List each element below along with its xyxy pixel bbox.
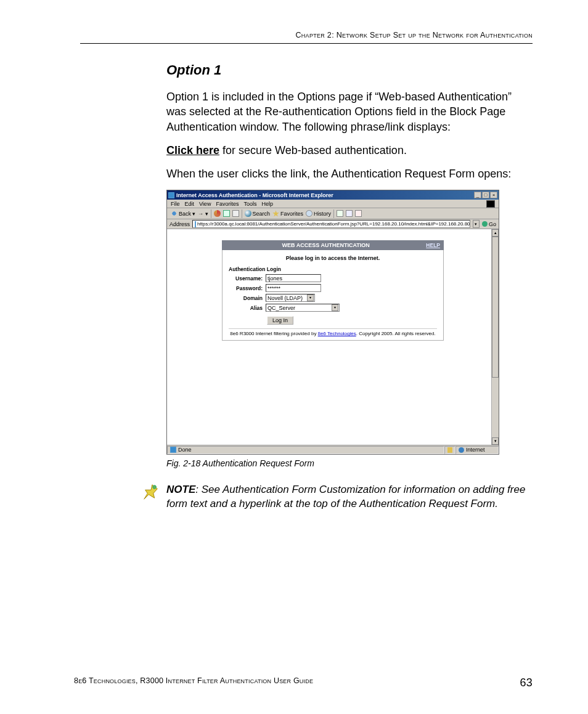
menu-file[interactable]: File bbox=[171, 201, 180, 207]
status-done: Done bbox=[167, 446, 444, 454]
ie-window-screenshot: Internet Access Authentication - Microso… bbox=[166, 190, 499, 455]
scroll-track[interactable] bbox=[492, 237, 499, 437]
scroll-thumb[interactable] bbox=[492, 237, 499, 377]
search-button[interactable]: Search bbox=[245, 210, 271, 217]
auth-group-label: Authentication Login bbox=[229, 266, 437, 272]
go-icon bbox=[482, 221, 488, 227]
menu-edit[interactable]: Edit bbox=[185, 201, 195, 207]
auth-footer: 8e6 R3000 Internet filtering provided by… bbox=[229, 328, 437, 336]
lock-icon bbox=[447, 447, 452, 453]
click-here-link[interactable]: Click here bbox=[166, 144, 219, 156]
login-button[interactable]: Log In bbox=[267, 316, 293, 325]
chevron-down-icon: ▾ bbox=[307, 294, 314, 301]
domain-value: Novell (LDAP) bbox=[267, 295, 303, 301]
page-number: 63 bbox=[520, 676, 533, 689]
username-label: Username: bbox=[229, 275, 266, 282]
toolbar-separator bbox=[211, 209, 211, 218]
auth-panel: WEB ACCESS AUTHENTICATION HELP Please lo… bbox=[222, 240, 444, 341]
menu-help[interactable]: Help bbox=[261, 201, 273, 207]
page-footer: 8e6 Technologies, R3000 Internet Filter … bbox=[74, 676, 533, 689]
note-block: NOTE: See Authentication Form Customizat… bbox=[142, 483, 526, 511]
ie-address-bar: Address https://r3000a.qc.local:8081/Aut… bbox=[167, 219, 499, 229]
section-heading: Option 1 bbox=[166, 62, 526, 78]
header-rule bbox=[80, 43, 533, 44]
status-zone: Internet bbox=[455, 446, 499, 454]
menu-favorites[interactable]: Favorites bbox=[216, 201, 239, 207]
maximize-button[interactable]: □ bbox=[482, 192, 489, 198]
page-icon bbox=[170, 447, 176, 453]
auth-header-title: WEB ACCESS AUTHENTICATION bbox=[226, 242, 426, 248]
ie-app-icon bbox=[168, 192, 174, 198]
scroll-down-arrow[interactable]: ▾ bbox=[492, 437, 499, 445]
history-button[interactable]: History bbox=[306, 210, 331, 217]
ie-viewport: ▴ ▾ WEB ACCESS AUTHENTICATION HELP Pleas… bbox=[167, 229, 499, 445]
vertical-scrollbar[interactable]: ▴ ▾ bbox=[491, 229, 499, 445]
back-icon bbox=[171, 210, 178, 217]
auth-help-link[interactable]: HELP bbox=[426, 242, 440, 248]
menu-tools[interactable]: Tools bbox=[243, 201, 256, 207]
minimize-button[interactable]: _ bbox=[474, 192, 481, 198]
forward-button[interactable]: → ▾ bbox=[198, 211, 208, 217]
favorites-icon bbox=[272, 210, 279, 217]
history-icon bbox=[306, 210, 312, 217]
ie-window-title: Internet Access Authentication - Microso… bbox=[176, 192, 333, 198]
scroll-up-arrow[interactable]: ▴ bbox=[492, 229, 499, 237]
footer-text: 8e6 Technologies, R3000 Internet Filter … bbox=[74, 676, 313, 689]
click-here-line: Click here for secure Web-based authenti… bbox=[166, 143, 526, 158]
ie-menubar: File Edit View Favorites Tools Help bbox=[167, 200, 499, 208]
status-security bbox=[444, 446, 455, 454]
alias-value: QC_Server bbox=[267, 305, 295, 311]
password-label: Password: bbox=[229, 285, 266, 291]
alias-label: Alias bbox=[229, 305, 266, 311]
note-label: NOTE bbox=[166, 484, 195, 495]
mail-icon[interactable] bbox=[337, 210, 343, 217]
auth-body: Please log in to access the Internet. Au… bbox=[222, 250, 444, 341]
go-button[interactable]: Go bbox=[482, 221, 496, 227]
favorites-button[interactable]: Favorites bbox=[272, 210, 303, 217]
note-pushpin-icon bbox=[142, 483, 160, 501]
page-icon bbox=[195, 221, 196, 227]
address-input[interactable]: https://r3000a.qc.local:8081/Authenticat… bbox=[192, 220, 470, 228]
close-button[interactable]: × bbox=[490, 192, 497, 198]
address-dropdown[interactable]: ▾ bbox=[473, 220, 480, 228]
note-text: NOTE: See Authentication Form Customizat… bbox=[166, 483, 526, 511]
auth-message: Please log in to access the Internet. bbox=[229, 255, 437, 261]
menu-view[interactable]: View bbox=[199, 201, 211, 207]
vendor-link[interactable]: 8e6 Technologies bbox=[318, 331, 356, 336]
alias-select[interactable]: QC_Server▾ bbox=[266, 304, 340, 312]
ie-throbber-icon bbox=[486, 200, 495, 208]
intro-paragraph: Option 1 is included in the Options page… bbox=[166, 89, 526, 134]
domain-select[interactable]: Novell (LDAP)▾ bbox=[266, 294, 315, 302]
auth-header: WEB ACCESS AUTHENTICATION HELP bbox=[222, 240, 444, 250]
address-url: https://r3000a.qc.local:8081/Authenticat… bbox=[197, 221, 470, 228]
toolbar-separator bbox=[242, 209, 242, 218]
svg-point-0 bbox=[153, 485, 157, 489]
running-header: Chapter 2: Network Setup Set up the Netw… bbox=[80, 31, 533, 39]
home-icon[interactable] bbox=[232, 210, 239, 217]
globe-icon bbox=[459, 447, 464, 453]
domain-label: Domain bbox=[229, 295, 266, 301]
password-input[interactable] bbox=[266, 284, 321, 292]
edit-icon[interactable] bbox=[355, 210, 362, 217]
back-button[interactable]: Back ▾ bbox=[171, 210, 195, 217]
search-icon bbox=[245, 210, 251, 217]
toolbar-separator bbox=[333, 209, 334, 218]
print-icon[interactable] bbox=[346, 210, 353, 217]
click-here-rest: for secure Web-based authentication. bbox=[219, 144, 407, 156]
refresh-icon[interactable] bbox=[223, 210, 230, 217]
figure-caption: Fig. 2-18 Authentication Request Form bbox=[166, 458, 526, 468]
ie-titlebar: Internet Access Authentication - Microso… bbox=[167, 190, 499, 200]
address-label: Address bbox=[169, 221, 190, 227]
ie-status-bar: Done Internet bbox=[167, 445, 499, 454]
followup-paragraph: When the user clicks the link, the Authe… bbox=[166, 166, 526, 181]
ie-toolbar: Back ▾ → ▾ Search Favorites History bbox=[167, 208, 499, 219]
stop-icon[interactable] bbox=[214, 210, 221, 217]
username-input[interactable] bbox=[266, 274, 321, 282]
chevron-down-icon: ▾ bbox=[332, 304, 338, 311]
